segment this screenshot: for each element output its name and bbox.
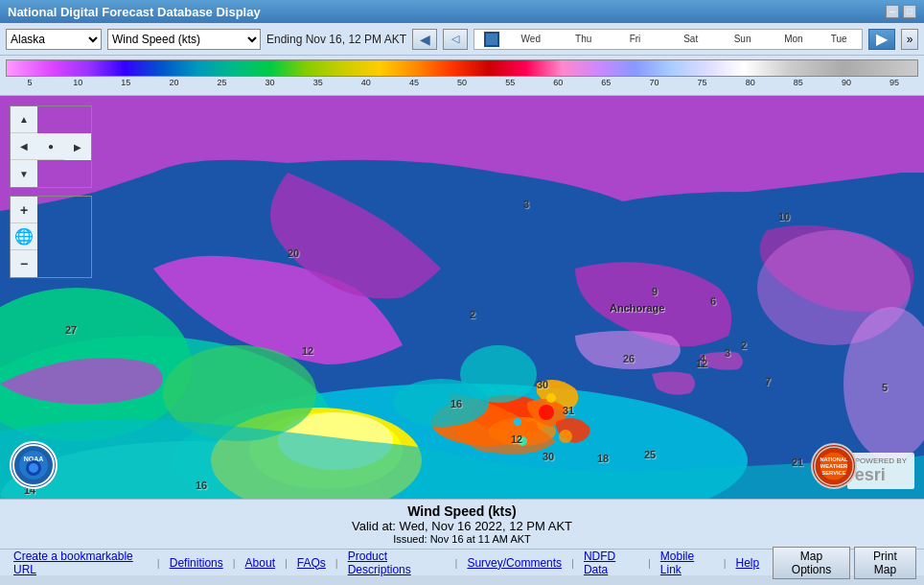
ending-label: Ending Nov 16, 12 PM AKT bbox=[266, 33, 406, 46]
cb-val-90: 90 bbox=[822, 78, 870, 87]
svg-text:NATIONAL: NATIONAL bbox=[820, 456, 848, 462]
collapse-panel-button[interactable]: » bbox=[901, 29, 918, 50]
cb-val-95: 95 bbox=[870, 78, 918, 87]
zoom-in-button[interactable]: + bbox=[11, 197, 37, 223]
map-num-30a: 30 bbox=[537, 379, 548, 390]
svg-point-20 bbox=[514, 418, 521, 426]
cb-val-5: 5 bbox=[6, 78, 54, 87]
cb-val-60: 60 bbox=[534, 78, 582, 87]
cb-val-15: 15 bbox=[102, 78, 150, 87]
map-num-31: 31 bbox=[563, 405, 574, 416]
svg-point-26 bbox=[29, 463, 38, 473]
svg-point-16 bbox=[539, 405, 554, 420]
map-num-20b: 20 bbox=[288, 247, 299, 259]
title-bar: National Digital Forecast Database Displ… bbox=[0, 0, 924, 23]
product-descriptions-link[interactable]: Product Descriptions bbox=[342, 550, 451, 576]
svg-point-17 bbox=[526, 421, 538, 433]
prev-button[interactable]: ◀ bbox=[412, 29, 437, 50]
app-title: National Digital Forecast Database Displ… bbox=[8, 5, 261, 19]
variable-select[interactable]: Wind Speed (kts) Temperature Dewpoint Re… bbox=[107, 29, 261, 50]
timeline-day-thu: Thu bbox=[575, 34, 591, 44]
zoom-controls: + 🌐 − bbox=[10, 196, 92, 278]
timeline-slider[interactable] bbox=[484, 32, 499, 47]
map-num-12a: 12 bbox=[302, 345, 313, 357]
pan-left-button[interactable]: ◀ bbox=[11, 133, 37, 160]
cb-val-30: 30 bbox=[246, 78, 294, 87]
map-num-2b: 2 bbox=[741, 339, 747, 351]
timeline-day-mon: Mon bbox=[784, 34, 802, 44]
valid-label: Valid at: bbox=[352, 519, 396, 533]
map-num-5: 5 bbox=[882, 382, 888, 393]
window-controls: ─ □ bbox=[886, 5, 916, 18]
next-large-button[interactable]: ▶ bbox=[868, 29, 895, 50]
map-num-30b: 30 bbox=[543, 451, 554, 462]
map-num-3b: 3 bbox=[725, 347, 730, 359]
status-valid: Valid at: Wed, Nov 16 2022, 12 PM AKT bbox=[352, 519, 572, 533]
svg-point-14 bbox=[393, 379, 489, 427]
colorbar-row: 5 10 15 20 25 30 35 40 45 50 55 60 65 70… bbox=[0, 56, 924, 96]
svg-point-19 bbox=[546, 393, 556, 403]
map-num-3a: 3 bbox=[523, 199, 529, 210]
cb-val-75: 75 bbox=[679, 78, 727, 87]
prev-small-button[interactable]: ◁ bbox=[443, 29, 468, 50]
timeline[interactable]: Wed Thu Fri Sat Sun Mon Tue bbox=[474, 29, 863, 50]
map-num-27a: 27 bbox=[65, 324, 77, 336]
map-controls: ▲ ◀ ● ▶ ▼ + 🌐 − bbox=[10, 105, 92, 278]
faqs-link[interactable]: FAQs bbox=[291, 556, 332, 570]
bookmark-url-link[interactable]: Create a bookmarkable URL bbox=[8, 550, 153, 576]
ndfd-data-link[interactable]: NDFD Data bbox=[578, 550, 644, 576]
map-num-21b: 21 bbox=[792, 456, 803, 468]
timeline-day-sun: Sun bbox=[734, 34, 751, 44]
cb-val-35: 35 bbox=[294, 78, 342, 87]
map-num-6: 6 bbox=[710, 295, 716, 307]
map-svg bbox=[0, 96, 924, 499]
status-title: Wind Speed (kts) bbox=[407, 503, 516, 519]
map-num-25: 25 bbox=[644, 449, 656, 460]
timeline-day-fri: Fri bbox=[630, 34, 641, 44]
cb-val-65: 65 bbox=[582, 78, 630, 87]
noaa-logo: NOAA bbox=[10, 441, 58, 489]
toolbar: Alaska Continental US Hawaii Puerto Rico… bbox=[0, 23, 924, 56]
map-num-16a: 16 bbox=[196, 480, 207, 491]
zoom-out-button[interactable]: − bbox=[11, 250, 37, 277]
minimize-button[interactable]: ─ bbox=[886, 5, 899, 18]
cb-val-70: 70 bbox=[630, 78, 678, 87]
definitions-link[interactable]: Definitions bbox=[164, 556, 229, 570]
about-link[interactable]: About bbox=[240, 556, 281, 570]
map-num-7: 7 bbox=[765, 376, 771, 387]
status-bar: Wind Speed (kts) Valid at: Wed, Nov 16 2… bbox=[0, 499, 924, 549]
map-num-12b: 12 bbox=[511, 433, 522, 445]
restore-button[interactable]: □ bbox=[903, 5, 916, 18]
map-num-10: 10 bbox=[778, 211, 790, 222]
pan-right-button[interactable]: ▶ bbox=[64, 133, 91, 160]
help-link[interactable]: Help bbox=[730, 556, 766, 570]
map-num-2a: 2 bbox=[470, 309, 475, 320]
region-select[interactable]: Alaska Continental US Hawaii Puerto Rico bbox=[6, 29, 102, 50]
svg-point-18 bbox=[559, 430, 572, 443]
cb-val-45: 45 bbox=[390, 78, 438, 87]
svg-text:WEATHER: WEATHER bbox=[820, 463, 848, 469]
cb-val-85: 85 bbox=[774, 78, 822, 87]
pan-up-button[interactable]: ▲ bbox=[11, 106, 37, 133]
status-issued: Issued: Nov 16 at 11 AM AKT bbox=[393, 533, 531, 545]
timeline-day-wed: Wed bbox=[521, 34, 541, 44]
nws-logo: NATIONAL WEATHER SERVICE bbox=[811, 443, 859, 491]
map-num-26a: 26 bbox=[623, 353, 635, 364]
esri-text: esri bbox=[855, 465, 907, 485]
pan-down-button[interactable]: ▼ bbox=[11, 160, 37, 187]
cb-val-80: 80 bbox=[727, 78, 774, 87]
map-options-button[interactable]: Map Options bbox=[773, 547, 850, 579]
map-container[interactable]: ▲ ◀ ● ▶ ▼ + 🌐 − Anchorage 27 14 20 13 16… bbox=[0, 96, 924, 499]
globe-button[interactable]: 🌐 bbox=[11, 223, 37, 250]
cb-val-20: 20 bbox=[150, 78, 197, 87]
valid-time: Wed, Nov 16 2022, 12 PM AKT bbox=[400, 519, 572, 533]
cb-val-50: 50 bbox=[438, 78, 486, 87]
map-num-9: 9 bbox=[652, 286, 658, 297]
nws-circle: NATIONAL WEATHER SERVICE bbox=[811, 443, 857, 489]
pan-center-button[interactable]: ● bbox=[37, 133, 64, 160]
print-map-button[interactable]: Print Map bbox=[854, 547, 916, 579]
colorbar-gradient bbox=[6, 59, 918, 77]
survey-comments-link[interactable]: Survey/Comments bbox=[461, 556, 567, 570]
mobile-link[interactable]: Mobile Link bbox=[655, 550, 720, 576]
timeline-day-sat: Sat bbox=[683, 34, 698, 44]
